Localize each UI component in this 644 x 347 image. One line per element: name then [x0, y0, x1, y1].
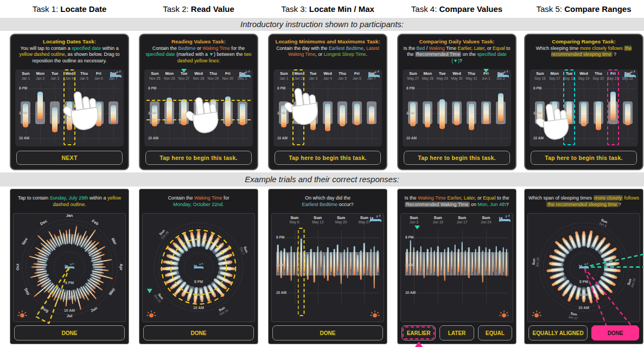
day-label: SunJan 1 — [18, 72, 33, 82]
bed-glyph — [496, 70, 509, 80]
sleep-bar — [340, 253, 342, 284]
sunday-label: SunJun 3 — [598, 217, 609, 228]
begin-task-button[interactable]: Tap here to begin this task. — [531, 151, 637, 165]
begin-task-button[interactable]: Tap here to begin this task. — [275, 151, 381, 165]
text-segment: within a — [88, 195, 107, 201]
next-button[interactable]: NEXT — [16, 151, 123, 165]
text-segment: Waking Time — [202, 46, 230, 51]
sleep-chart[interactable]: SunJun 3SunJun 10SunJun 17SunJun 248 PM3… — [400, 213, 513, 322]
text-segment: Waking — [429, 46, 445, 51]
date-label: SunJun 10 — [432, 215, 443, 224]
day-labels-row: SunNov 25MonNov 26TueNov 27WedNov 28ThuN… — [148, 72, 250, 82]
week-sleep-chart[interactable]: SunNov 25MonNov 26TueNov 27WedNov 28ThuN… — [144, 69, 253, 146]
sleep-chart[interactable]: 8 PM3 AM10 AMSunJun 3SunJun 10SunJun 17S… — [527, 213, 640, 322]
earlier-button[interactable]: EARLIER — [401, 325, 436, 340]
sleep-bar — [471, 252, 473, 273]
sleep-bar — [482, 250, 483, 282]
day-label: MonNov 26 — [162, 72, 177, 82]
done-button[interactable]: DONE — [143, 325, 254, 340]
intro-panel-4: Comparing Daily Values Task:Is the Bed /… — [397, 34, 517, 170]
day-label: ThuMay 31 — [464, 72, 479, 82]
text-segment: Equal — [493, 46, 505, 51]
time-ring-label: 3 AM — [579, 293, 588, 297]
sunrise-icon — [146, 309, 156, 319]
bed-icon — [193, 263, 204, 271]
example-panel-1: Tap to contain Sunday, July 29th within … — [10, 189, 129, 344]
sleep-chart[interactable]: SunMay 6SunMay 13SunMay 20SunMay 278 PM3… — [271, 213, 384, 322]
sleep-bar — [486, 247, 487, 271]
sleep-bar — [483, 102, 489, 124]
sleep-bar — [437, 246, 439, 277]
time-axis-label: 8 PM — [276, 235, 284, 239]
day-label: MonJan 2 — [291, 72, 306, 82]
equal-button[interactable]: EQUAL — [478, 325, 512, 340]
time-axis-label: 10 AM — [405, 291, 416, 294]
time-axis-label: 8 PM — [406, 86, 415, 90]
sleep-bar — [290, 246, 292, 281]
time-axis-label: 10 AM — [406, 136, 417, 140]
sleep-chart[interactable]: 8 PM3 AM10 AMSunOct 7SunOct 14SunOct 21S… — [142, 213, 255, 322]
sleep-bar — [420, 246, 422, 271]
sleep-chart[interactable]: 8 PM3 AM10 AMJanFebMarAprMayJunJulAugSep… — [13, 213, 126, 322]
date-label: SunJun 3 — [410, 215, 418, 224]
day-labels-row: SunJan 1MonJan 2TueJan 3WedJan 4ThuJan 5… — [277, 72, 379, 82]
time-axis-label: 8 PM — [405, 235, 413, 239]
example-panel-5: Which span of sleeping times more closel… — [524, 189, 643, 344]
week-sleep-chart[interactable]: SunJan 1MonJan 2TueJan 3WedJan 4ThuJan 5… — [15, 69, 124, 146]
task-header: Task 4: Compare Values — [397, 4, 517, 14]
intro-panel-title: Comparing Ranges Task: — [525, 38, 642, 44]
day-label: MonSep 17 — [547, 72, 562, 82]
sun-glyph — [370, 309, 380, 319]
text-segment: ▼ — [453, 58, 458, 63]
week-sleep-chart[interactable]: SunJan 1MonJan 2TueJan 3WedJan 4ThuJan 5… — [273, 69, 382, 146]
sleep-bar — [406, 249, 408, 272]
day-label: WedMay 30 — [450, 72, 464, 82]
month-label: Nov — [21, 236, 29, 246]
text-segment: You will tap to contain a — [20, 46, 72, 51]
plot-area: 8 PM3 AM10 AM — [405, 230, 508, 303]
date-label: SunMay 20 — [335, 215, 347, 224]
text-segment: Sunday, July 29th — [50, 195, 88, 201]
bed-glyph — [369, 215, 382, 224]
done-button[interactable]: DONE — [14, 325, 125, 340]
sleep-bar — [310, 249, 312, 270]
done-button[interactable]: DONE — [591, 325, 639, 340]
done-button[interactable]: DONE — [272, 325, 383, 340]
task-header: Task 2: Read Value — [139, 4, 258, 14]
equally-aligned-button[interactable]: EQUALLY ALIGNED — [528, 325, 588, 340]
time-axis-label: 3 AM — [19, 111, 27, 115]
week-sleep-chart[interactable]: SunSep 16MonSep 17TueSep 18WedSep 19ThuS… — [530, 69, 638, 146]
text-segment: for — [222, 195, 229, 201]
month-label: Jan — [66, 213, 73, 218]
sleep-bar — [374, 246, 375, 288]
sunrise-icon — [532, 309, 541, 319]
sleep-bar — [596, 101, 601, 130]
begin-task-button[interactable]: Tap here to begin this task. — [145, 151, 252, 165]
plot-area: 8 PM3 AM10 AM — [276, 230, 379, 303]
later-button[interactable]: LATER — [439, 325, 474, 340]
example-instruction: Which span of sleeping times more closel… — [525, 189, 643, 213]
date-label: SunMay 27 — [359, 215, 370, 224]
bed-glyph — [238, 70, 251, 80]
sleep-bar — [506, 249, 508, 277]
time-axis-label: 10 AM — [277, 136, 288, 140]
month-label: Feb — [91, 219, 100, 227]
week-sleep-chart[interactable]: SunMay 27MonMay 28TueMay 29WedMay 30ThuM… — [403, 69, 511, 146]
sleep-bar — [327, 247, 329, 281]
sleep-bar — [498, 93, 503, 122]
example-panel-3: On which day did theEarliest Bedtime occ… — [268, 189, 387, 344]
sunday-label: SunJun 17 — [568, 311, 579, 320]
text-segment: Earlier — [447, 195, 461, 201]
sleep-bar — [334, 249, 335, 277]
text-segment: Later — [464, 195, 475, 201]
bed-icon — [64, 263, 75, 271]
sleep-bar — [444, 249, 446, 281]
sleep-bar — [354, 104, 360, 125]
sunrise-icon — [17, 309, 27, 319]
begin-task-button[interactable]: Tap here to begin this task. — [404, 151, 510, 165]
intro-panel-title: Comparing Daily Values Task: — [398, 38, 515, 44]
text-segment: Waking Time — [194, 195, 222, 201]
text-segment: Contain the — [168, 195, 194, 201]
sleep-bar — [343, 249, 345, 274]
sleep-bar — [369, 106, 374, 124]
